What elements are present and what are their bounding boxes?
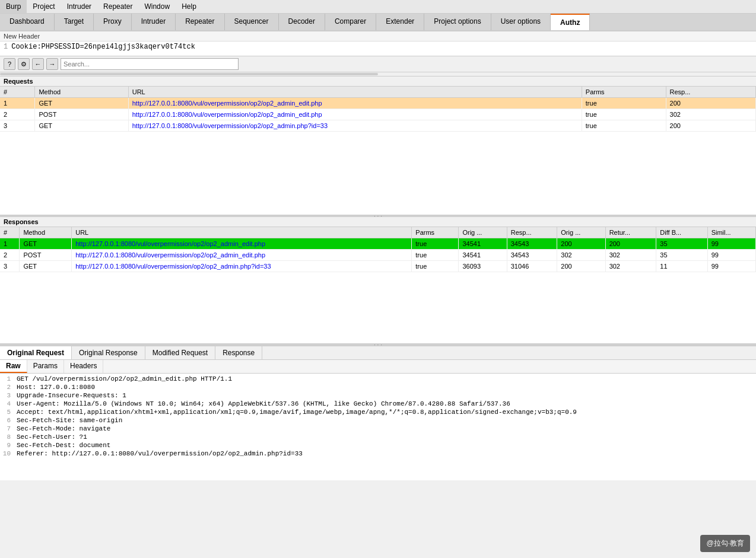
- resp-col-retur: Retur...: [605, 227, 656, 238]
- tab-sequencer[interactable]: Sequencer: [225, 14, 279, 30]
- tab-original-response[interactable]: Original Response: [72, 346, 145, 359]
- line-text: Sec-Fetch-Dest: document: [14, 442, 756, 449]
- req-num: 3: [0, 120, 35, 132]
- line-text: Upgrade-Insecure-Requests: 1: [14, 392, 756, 399]
- request-line: 9Sec-Fetch-Dest: document: [0, 441, 756, 449]
- resp-diff: 35: [656, 238, 707, 250]
- resp-simil: 99: [707, 238, 755, 250]
- request-line: 2Host: 127.0.0.1:8080: [0, 383, 756, 391]
- resp-num: 1: [0, 238, 20, 250]
- menu-burp[interactable]: Burp: [0, 0, 27, 13]
- request-line: 7Sec-Fetch-Mode: navigate: [0, 425, 756, 433]
- line-text: Referer: http://127.0.0.1:8080/vul/overp…: [14, 450, 756, 457]
- search-input[interactable]: [61, 58, 239, 70]
- tab-extender[interactable]: Extender: [376, 14, 424, 30]
- resp-retur: 200: [605, 238, 656, 250]
- line-number: 9: [0, 442, 14, 449]
- resp-resp: 34543: [507, 250, 557, 261]
- tab-user-options[interactable]: User options: [491, 14, 551, 30]
- req-col-resp: Resp...: [666, 87, 755, 98]
- tab-decoder[interactable]: Decoder: [279, 14, 325, 30]
- menu-intruder[interactable]: Intruder: [61, 0, 97, 13]
- tab-comparer[interactable]: Comparer: [325, 14, 376, 30]
- req-method: GET: [35, 120, 128, 132]
- tab-authz[interactable]: Authz: [551, 14, 590, 30]
- table-row[interactable]: 3 GET http://127.0.0.1:8080/vul/overperm…: [0, 261, 756, 272]
- line-number: 5: [0, 409, 14, 416]
- settings-button[interactable]: ⚙: [18, 58, 30, 70]
- responses-table: # Method URL Parms Orig ... Resp... Orig…: [0, 227, 756, 272]
- line-text: Sec-Fetch-User: ?1: [14, 433, 756, 441]
- inner-tab-raw[interactable]: Raw: [0, 360, 27, 373]
- request-line: 1GET /vul/overpermission/op2/op2_admin_e…: [0, 375, 756, 383]
- resp-col-resp: Resp...: [507, 227, 557, 238]
- tab-response[interactable]: Response: [215, 346, 262, 359]
- line-number: 6: [0, 417, 14, 424]
- request-line: 5Accept: text/html,application/xhtml+xml…: [0, 408, 756, 416]
- tab-repeater[interactable]: Repeater: [176, 14, 224, 30]
- menu-project[interactable]: Project: [27, 0, 61, 13]
- tab-proxy[interactable]: Proxy: [94, 14, 132, 30]
- line-number: 4: [0, 400, 14, 407]
- request-line: 3Upgrade-Insecure-Requests: 1: [0, 391, 756, 400]
- tab-dashboard[interactable]: Dashboard: [0, 14, 55, 30]
- line-number-1: 1: [4, 43, 8, 51]
- req-col-method: Method: [35, 87, 128, 98]
- requests-table: # Method URL Parms Resp... 1 GET http://…: [0, 87, 756, 132]
- table-row[interactable]: 1 GET http://127.0.0.1:8080/vul/overperm…: [0, 98, 756, 109]
- menu-window[interactable]: Window: [138, 0, 176, 13]
- line-text: Host: 127.0.0.1:8080: [14, 384, 756, 391]
- request-line: 6Sec-Fetch-Site: same-origin: [0, 416, 756, 425]
- resp-col-method: Method: [20, 227, 72, 238]
- new-header-section: New Header 1Cookie:PHPSESSID=26npei4lgjj…: [0, 31, 756, 56]
- tab-target[interactable]: Target: [55, 14, 94, 30]
- resp-parms: true: [412, 261, 459, 272]
- menu-repeater[interactable]: Repeater: [97, 0, 138, 13]
- resp-method: GET: [20, 238, 72, 250]
- resp-resp: 34543: [507, 238, 557, 250]
- table-row[interactable]: 2 POST http://127.0.0.1:8080/vul/overper…: [0, 109, 756, 120]
- req-col-num: #: [0, 87, 35, 98]
- help-button[interactable]: ?: [4, 58, 15, 70]
- inner-tab-headers[interactable]: Headers: [64, 360, 103, 373]
- main-tab-bar: Dashboard Target Proxy Intruder Repeater…: [0, 14, 756, 31]
- resp-url: http://127.0.0.1:8080/vul/overpermission…: [72, 238, 412, 250]
- line-text: Sec-Fetch-Mode: navigate: [14, 425, 756, 432]
- req-method: GET: [35, 98, 128, 109]
- line-number: 7: [0, 425, 14, 432]
- new-header-title: New Header: [0, 31, 756, 42]
- tab-original-request[interactable]: Original Request: [0, 346, 72, 359]
- inner-tab-params[interactable]: Params: [27, 360, 64, 373]
- table-row[interactable]: 3 GET http://127.0.0.1:8080/vul/overperm…: [0, 120, 756, 132]
- req-col-parms: Parms: [582, 87, 666, 98]
- forward-button[interactable]: →: [46, 58, 58, 70]
- resp-diff: 35: [656, 250, 707, 261]
- resp-method: GET: [20, 261, 72, 272]
- resp-parms: true: [412, 250, 459, 261]
- tab-project-options[interactable]: Project options: [424, 14, 491, 30]
- requests-title: Requests: [0, 76, 756, 87]
- line-text: User-Agent: Mozilla/5.0 (Windows NT 10.0…: [14, 400, 756, 407]
- line-number: 2: [0, 384, 14, 391]
- line-text: GET /vul/overpermission/op2/op2_admin_ed…: [14, 375, 756, 382]
- responses-panel: Responses # Method URL Parms Orig ... Re…: [0, 217, 756, 344]
- resp-orig2: 302: [557, 250, 605, 261]
- tab-modified-request[interactable]: Modified Request: [145, 346, 215, 359]
- menu-help[interactable]: Help: [176, 0, 202, 13]
- resp-col-url: URL: [72, 227, 412, 238]
- table-row[interactable]: 1 GET http://127.0.0.1:8080/vul/overperm…: [0, 238, 756, 250]
- request-line: 4User-Agent: Mozilla/5.0 (Windows NT 10.…: [0, 400, 756, 408]
- resp-resp: 31046: [507, 261, 557, 272]
- resp-col-simil: Simil...: [707, 227, 755, 238]
- line-text: Sec-Fetch-Site: same-origin: [14, 417, 756, 424]
- resp-orig: 34541: [459, 238, 507, 250]
- inner-tab-bar: Raw Params Headers: [0, 360, 756, 374]
- req-resp: 200: [666, 120, 755, 132]
- resp-col-num: #: [0, 227, 20, 238]
- line-number: 10: [0, 450, 14, 457]
- tab-intruder[interactable]: Intruder: [132, 14, 176, 30]
- menu-bar: Burp Project Intruder Repeater Window He…: [0, 0, 756, 14]
- req-url: http://127.0.0.1:8080/vul/overpermission…: [128, 98, 582, 109]
- table-row[interactable]: 2 POST http://127.0.0.1:8080/vul/overper…: [0, 250, 756, 261]
- back-button[interactable]: ←: [32, 58, 44, 70]
